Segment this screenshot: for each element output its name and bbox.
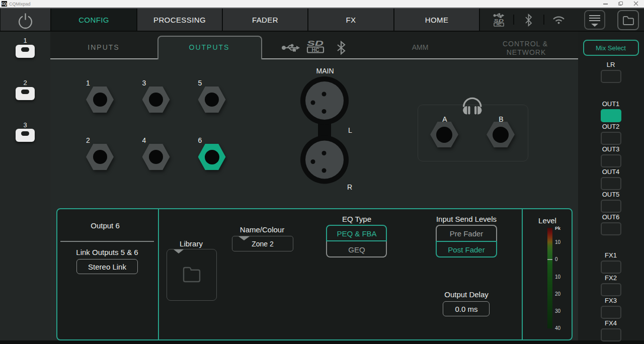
svg-text:HC: HC xyxy=(311,47,319,53)
svg-text:HC: HC xyxy=(497,23,502,26)
